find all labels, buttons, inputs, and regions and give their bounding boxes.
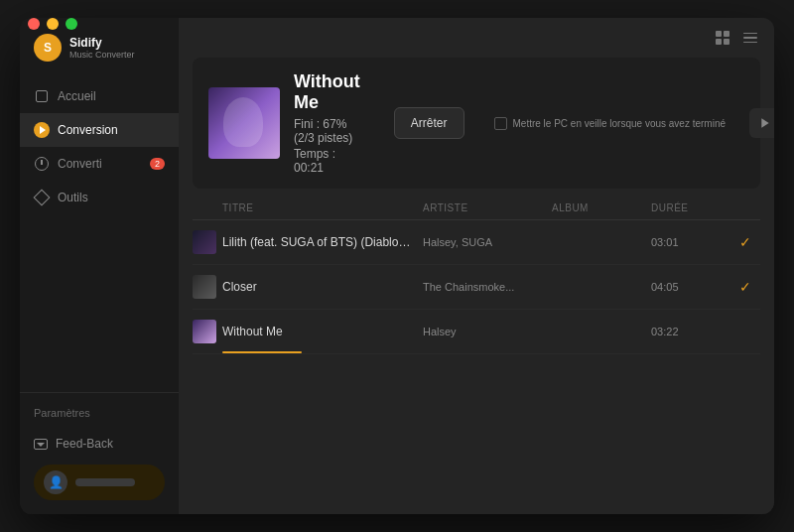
converting-progress: Fini : 67% (2/3 pistes): [294, 117, 360, 145]
clock-icon: [34, 156, 50, 172]
track-artist: Halsey, SUGA: [423, 236, 552, 248]
sidebar: S Sidify Music Converter Accueil Convers…: [20, 18, 179, 514]
sleep-option: Mettre le PC en veille lorsque vous avez…: [494, 117, 727, 130]
track-title: Without Me: [222, 325, 423, 338]
params-label: Paramètres: [34, 403, 165, 423]
maximize-button[interactable]: [66, 18, 77, 30]
sidebar-label-outils: Outils: [58, 191, 88, 204]
sidebar-item-accueil[interactable]: Accueil: [20, 79, 179, 113]
track-thumbnail: [193, 320, 216, 343]
col-header-status: [730, 202, 760, 213]
app-subtitle: Music Converter: [69, 50, 135, 60]
track-artist: The Chainsmoke...: [423, 281, 552, 293]
converti-badge: 2: [150, 158, 165, 170]
track-duration: 04:05: [651, 281, 730, 293]
album-art: [208, 87, 280, 159]
col-header-album: ALBUM: [552, 202, 651, 213]
track-thumbnail: [193, 230, 216, 254]
col-header-title: TITRE: [222, 202, 423, 213]
table-header: TITRE ARTISTE ALBUM DURÉE: [193, 199, 760, 220]
track-title: Closer: [222, 280, 423, 294]
col-header-duration: DURÉE: [651, 202, 730, 213]
sidebar-bottom: Paramètres Feed-Back 👤: [20, 392, 179, 514]
track-title: Lilith (feat. SUGA of BTS) (Diablo IV An…: [222, 235, 423, 249]
minimize-button[interactable]: [47, 18, 59, 30]
track-artist: Halsey: [423, 326, 552, 337]
close-button[interactable]: [28, 18, 40, 30]
sidebar-item-outils[interactable]: Outils: [20, 181, 179, 214]
user-name: [75, 478, 135, 486]
table-row[interactable]: Lilith (feat. SUGA of BTS) (Diablo IV An…: [193, 220, 760, 265]
sidebar-item-converti[interactable]: Converti 2: [20, 147, 179, 181]
sidebar-label-converti: Converti: [58, 157, 102, 171]
user-card[interactable]: 👤: [34, 465, 165, 500]
track-info: Without Me Fini : 67% (2/3 pistes) Temps…: [294, 71, 360, 175]
table-row[interactable]: Without Me Halsey 03:22: [193, 310, 760, 354]
col-header-artist: ARTISTE: [423, 202, 552, 213]
menu-button[interactable]: [740, 28, 760, 48]
track-duration: 03:22: [651, 326, 730, 337]
track-status-done: ✓: [730, 279, 760, 295]
converting-panel: Without Me Fini : 67% (2/3 pistes) Temps…: [193, 58, 760, 189]
convert-icon: [34, 122, 50, 138]
sleep-label: Mettre le PC en veille lorsque vous avez…: [513, 118, 727, 129]
app-logo: S: [34, 34, 62, 62]
feedback-label: Feed-Back: [56, 437, 113, 451]
sidebar-item-conversion[interactable]: Conversion: [20, 113, 179, 147]
feedback-item[interactable]: Feed-Back: [34, 431, 165, 457]
app-name: Sidify: [69, 36, 135, 50]
track-duration: 03:01: [651, 236, 730, 248]
track-thumbnail: [193, 275, 216, 299]
sidebar-label-conversion: Conversion: [58, 123, 118, 137]
stop-button[interactable]: Arrêter: [394, 107, 464, 139]
main-content: Without Me Fini : 67% (2/3 pistes) Temps…: [179, 18, 774, 514]
home-icon: [34, 88, 50, 104]
col-header-num: [193, 202, 222, 213]
panel-action-icon[interactable]: [749, 108, 774, 138]
main-header: [179, 18, 774, 54]
feedback-icon: [34, 439, 48, 450]
grid-view-button[interactable]: [713, 28, 732, 48]
user-avatar: 👤: [44, 470, 67, 494]
track-status-done: ✓: [730, 234, 760, 250]
sidebar-label-accueil: Accueil: [58, 89, 96, 103]
converting-time: Temps : 00:21: [294, 147, 360, 175]
converting-track-title: Without Me: [294, 71, 360, 113]
table-row[interactable]: Closer The Chainsmoke... 04:05 ✓: [193, 265, 760, 310]
sidebar-nav: Accueil Conversion Converti 2 Outils: [20, 71, 179, 392]
track-list: TITRE ARTISTE ALBUM DURÉE Lilith (feat. …: [179, 199, 774, 514]
sleep-checkbox[interactable]: [494, 117, 507, 130]
tools-icon: [34, 190, 50, 205]
